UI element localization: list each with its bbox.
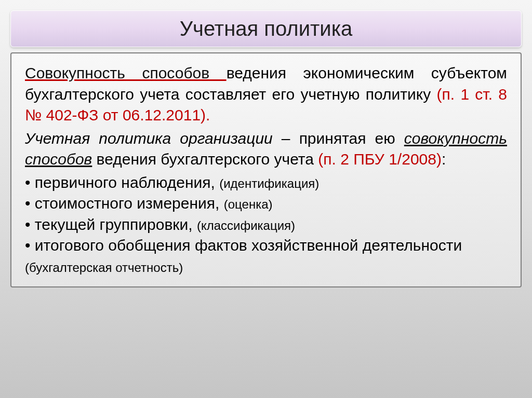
bullet-4-main: • итогового обобщения фактов хозяйственн…: [25, 237, 462, 254]
para2-text2: ведения бухгалтерского учета: [92, 150, 318, 168]
para2-citation: (п. 2 ПБУ 1/2008): [318, 150, 442, 168]
term-underlined-1: Совокупность способов: [25, 64, 227, 81]
bullet-4: • итогового обобщения фактов хозяйственн…: [25, 235, 507, 277]
slide-title: Учетная политика: [21, 17, 511, 40]
bullet-4-note: (бухгалтерская отчетность): [25, 260, 183, 275]
bullet-3: • текущей группировки, (классификация): [25, 214, 507, 236]
para2-after: :: [442, 150, 446, 168]
bullet-2-main: • стоимостного измерения,: [25, 195, 224, 212]
paragraph-1: Совокупность способов ведения экономичес…: [25, 63, 507, 126]
slide-title-bar: Учетная политика: [10, 10, 522, 47]
bullet-3-main: • текущей группировки,: [25, 216, 197, 233]
bullet-1-note: (идентификация): [219, 176, 319, 190]
bullet-2: • стоимостного измерения, (оценка): [25, 193, 507, 214]
para2-italic: Учетная политика организации: [25, 130, 273, 147]
bullet-1: • первичного наблюдения, (идентификация): [25, 172, 507, 194]
bullet-1-main: • первичного наблюдения,: [25, 174, 219, 191]
paragraph-2: Учетная политика организации – принятая …: [25, 128, 507, 170]
content-box: Совокупность способов ведения экономичес…: [10, 52, 522, 287]
bullet-2-note: (оценка): [224, 197, 273, 211]
para2-text1: – принятая ею: [273, 130, 404, 147]
bullet-3-note: (классификация): [197, 218, 295, 232]
